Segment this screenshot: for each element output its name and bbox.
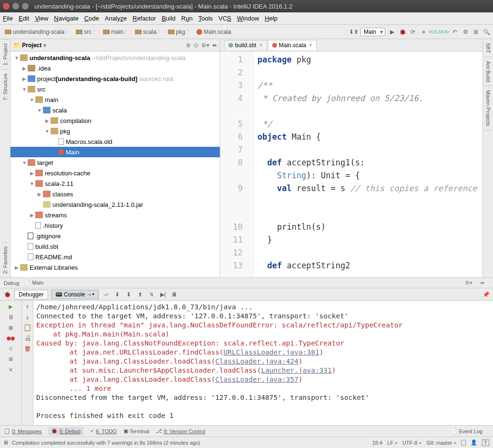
- run-icon[interactable]: ▶: [388, 28, 396, 36]
- stop-icon[interactable]: ■: [9, 324, 12, 331]
- run-config-select[interactable]: Main: [360, 28, 385, 36]
- debugger-tab[interactable]: Debugger: [14, 290, 48, 299]
- tree-classes[interactable]: ▶classes: [10, 189, 220, 199]
- editor-body[interactable]: 1234 5678 9 10111213 package pkg /** * C…: [220, 51, 483, 277]
- restore-icon[interactable]: ⊞: [9, 355, 12, 363]
- menu-file[interactable]: File: [3, 15, 13, 22]
- status-git[interactable]: Git: master ÷: [426, 440, 456, 446]
- close-icon[interactable]: ×: [259, 42, 263, 49]
- collapse-icon[interactable]: ⊕: [186, 42, 191, 49]
- make-icon[interactable]: ⬇⬆: [350, 28, 358, 36]
- tool-vcs[interactable]: ⎇ 9: Version Control: [156, 428, 205, 434]
- rerun-icon[interactable]: 🐞: [3, 290, 11, 299]
- menu-vcs[interactable]: VCS: [218, 15, 231, 22]
- pause-icon[interactable]: ⏸: [8, 313, 14, 321]
- status-encoding[interactable]: UTF-8 ÷: [402, 440, 421, 446]
- tree-project[interactable]: ▶project [understanding-scala-build]sour…: [10, 73, 220, 84]
- close-icon[interactable]: ×: [309, 42, 312, 49]
- sidetab-structure[interactable]: 7: Structure: [1, 69, 9, 104]
- tree-jar[interactable]: understanding-scala_2.11-1.0.jar: [10, 199, 220, 210]
- menu-window[interactable]: Window: [237, 15, 259, 22]
- tree-streams[interactable]: ▶streams: [10, 210, 220, 220]
- sidetab-favorites[interactable]: 2: Favorites: [1, 242, 9, 277]
- status-lf[interactable]: LF ÷: [387, 440, 398, 446]
- force-step-icon[interactable]: ⬇: [124, 290, 133, 299]
- menu-edit[interactable]: Edit: [19, 15, 29, 22]
- crumb-main[interactable]: main: [101, 27, 133, 37]
- crumb-root[interactable]: understanding-scala: [3, 27, 74, 37]
- debug-tab-label[interactable]: Debug: [4, 280, 19, 286]
- hector-icon[interactable]: 👤: [471, 439, 477, 446]
- window-layout-icon[interactable]: ⊞: [4, 439, 8, 446]
- debug-icon[interactable]: 🐞: [399, 28, 406, 36]
- coverage-icon[interactable]: ⟳: [409, 28, 417, 36]
- sidetab-project[interactable]: 1: Project: [1, 39, 9, 69]
- gear-icon[interactable]: ⚙▾: [201, 42, 209, 49]
- print-icon[interactable]: 🖨: [24, 334, 31, 342]
- menu-help[interactable]: Help: [265, 15, 277, 22]
- sidetab-maven[interactable]: Maven Projects: [484, 86, 492, 131]
- tree-pkg[interactable]: ▼pkg: [10, 126, 220, 136]
- crumb-pkg[interactable]: pkg: [166, 27, 195, 37]
- tree-macros[interactable]: Macros.scala.old: [10, 136, 220, 147]
- run-to-cursor-icon[interactable]: ▶|: [159, 290, 167, 299]
- tree-target[interactable]: ▼target: [10, 157, 220, 168]
- memory-icon[interactable]: T: [482, 439, 489, 446]
- tool-terminal[interactable]: ▣ Terminal: [123, 428, 150, 434]
- menu-build[interactable]: Build: [162, 15, 175, 22]
- breakpoints-icon[interactable]: ●●: [7, 334, 15, 342]
- tool-messages[interactable]: 📋 0: Messages: [4, 428, 41, 434]
- locate-icon[interactable]: ⊙: [194, 42, 198, 49]
- vcs-commit-icon[interactable]: VCS↑: [441, 28, 448, 36]
- project-tree[interactable]: ▼understanding-scala~/sbtProjects/unders…: [10, 51, 220, 277]
- menu-code[interactable]: Code: [84, 15, 99, 22]
- status-position[interactable]: 18:4: [372, 440, 382, 446]
- tree-root[interactable]: ▼understanding-scala~/sbtProjects/unders…: [10, 52, 220, 63]
- resume-icon[interactable]: ▶: [9, 303, 12, 310]
- up-icon[interactable]: ↑: [25, 303, 29, 310]
- minimize-icon[interactable]: [12, 3, 19, 10]
- crumb-file[interactable]: Main.scala: [195, 28, 235, 36]
- evaluate-icon[interactable]: 🖩: [170, 290, 179, 299]
- tree-history[interactable]: .history: [10, 220, 220, 231]
- menu-analyze[interactable]: Analyze: [105, 15, 127, 22]
- tree-gitignore[interactable]: .gitignore: [10, 231, 220, 241]
- pin-icon[interactable]: 📌: [482, 290, 490, 299]
- step-out-icon[interactable]: ⬆: [136, 290, 144, 299]
- tree-main[interactable]: ▼main: [10, 94, 220, 105]
- hide-icon[interactable]: ⬌: [212, 42, 217, 49]
- tree-compilation[interactable]: ▶compilation: [10, 115, 220, 126]
- stop-icon[interactable]: ■: [420, 28, 427, 36]
- console-tab[interactable]: 📟 Console →•: [51, 290, 99, 299]
- vcs-update-icon[interactable]: VCS↓: [430, 28, 438, 36]
- tree-scala211[interactable]: ▼scala-2.11: [10, 178, 220, 189]
- settings-icon[interactable]: ⚙: [462, 28, 469, 36]
- menu-run[interactable]: Run: [181, 15, 193, 22]
- code-area[interactable]: package pkg /** * Created by johnreed on…: [254, 51, 483, 277]
- tool-eventlog[interactable]: 📄 Event Log: [451, 428, 483, 434]
- tree-mainobj[interactable]: Main: [10, 147, 220, 157]
- tree-extlib[interactable]: ▶External Libraries: [10, 262, 220, 273]
- sidetab-sbt[interactable]: SBT: [484, 39, 492, 57]
- crumb-scala[interactable]: scala: [133, 27, 166, 37]
- menu-view[interactable]: View: [35, 15, 48, 22]
- wrap-icon[interactable]: 📋: [23, 324, 31, 331]
- tree-scala[interactable]: ▼scala: [10, 105, 220, 115]
- menu-navigate[interactable]: Navigate: [54, 15, 78, 22]
- dropdown-icon[interactable]: ▾: [43, 42, 46, 49]
- console-output[interactable]: /home/johnreed/Applications/jdk1.8.0_73/…: [33, 301, 493, 425]
- tab-mainscala[interactable]: Main.scala×: [268, 40, 317, 50]
- step-into-icon[interactable]: ⬇: [113, 290, 122, 299]
- maximize-icon[interactable]: [22, 3, 29, 10]
- tree-src[interactable]: ▼src: [10, 84, 220, 94]
- drop-frame-icon[interactable]: ↯: [147, 290, 156, 299]
- close-icon[interactable]: [3, 3, 10, 10]
- down-icon[interactable]: ↓: [25, 313, 29, 321]
- clear-icon[interactable]: 🗑: [24, 345, 31, 352]
- menu-refactor[interactable]: Refactor: [133, 15, 156, 22]
- tree-readme[interactable]: README.md: [10, 252, 220, 262]
- history-icon[interactable]: ↶: [451, 28, 459, 36]
- sidetab-antbuild[interactable]: Ant Build: [484, 57, 492, 86]
- tool-todo[interactable]: ✓ 6: TODO: [90, 428, 117, 434]
- tool-debug[interactable]: 🐞 5: Debug: [48, 427, 83, 435]
